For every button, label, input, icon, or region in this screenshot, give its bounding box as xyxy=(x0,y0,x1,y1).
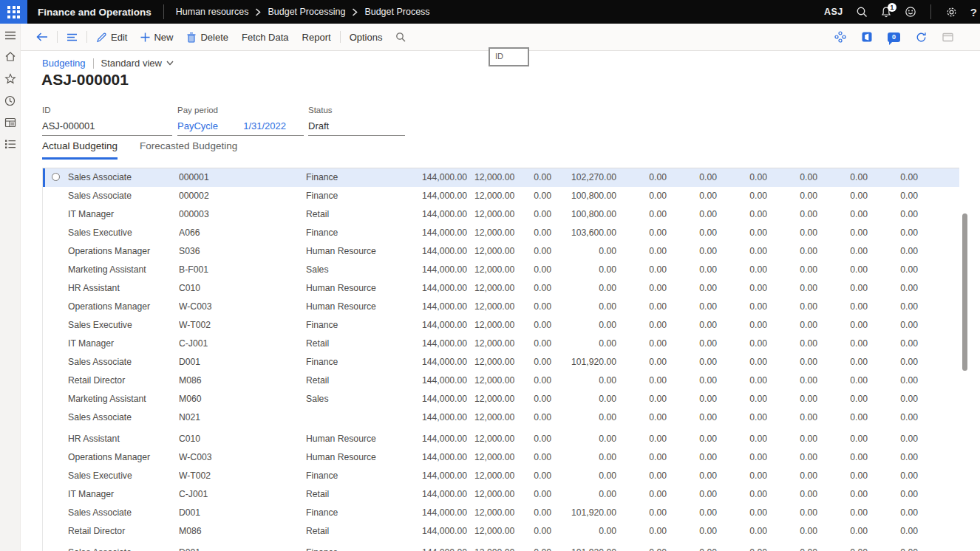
favorites-star-icon[interactable] xyxy=(4,73,16,84)
back-button[interactable] xyxy=(30,29,55,45)
value-cell[interactable]: 0.00 xyxy=(825,504,875,522)
job-cell[interactable]: Sales Executive xyxy=(68,467,179,485)
position-id-cell[interactable]: W-C003 xyxy=(179,448,306,467)
table-row[interactable]: HR Assistant C010 Human Resource 144,000… xyxy=(43,279,959,298)
value-cell[interactable]: 12,000.00 xyxy=(474,544,522,551)
value-cell[interactable]: 0.00 xyxy=(674,298,724,316)
value-cell[interactable]: 0.00 xyxy=(775,242,825,261)
value-cell[interactable]: 0.00 xyxy=(775,485,825,504)
value-cell[interactable]: 12,000.00 xyxy=(474,448,522,467)
value-cell[interactable]: 12,000.00 xyxy=(474,279,522,298)
value-cell[interactable]: 0.00 xyxy=(825,522,875,541)
position-id-cell[interactable]: C010 xyxy=(179,430,306,448)
position-id-cell[interactable]: 000001 xyxy=(179,168,306,187)
value-cell[interactable]: 0.00 xyxy=(624,504,674,522)
value-cell[interactable]: 0.00 xyxy=(559,242,624,261)
value-cell[interactable]: 0.00 xyxy=(875,504,925,522)
value-cell[interactable]: 101,920.00 xyxy=(559,504,624,522)
value-cell[interactable]: 0.00 xyxy=(724,408,775,427)
position-id-cell[interactable]: D001 xyxy=(179,504,306,522)
value-cell[interactable]: 0.00 xyxy=(775,261,825,279)
value-cell[interactable]: 0.00 xyxy=(559,279,624,298)
value-cell[interactable]: 0.00 xyxy=(825,335,875,353)
job-cell[interactable]: Marketing Assistant xyxy=(68,390,179,408)
value-cell[interactable]: 0.00 xyxy=(559,390,624,408)
row-selector-cell[interactable] xyxy=(43,467,68,485)
table-row[interactable]: IT Manager C-J001 Retail 144,000.00 12,0… xyxy=(43,485,959,504)
value-cell[interactable]: 0.00 xyxy=(674,372,724,390)
value-cell[interactable]: 0.00 xyxy=(724,430,775,448)
row-selector-cell[interactable] xyxy=(43,224,68,242)
value-cell[interactable]: 144,000.00 xyxy=(417,242,474,261)
table-row[interactable]: HR Assistant C010 Human Resource 144,000… xyxy=(43,430,959,448)
alerts-bell-icon[interactable]: 1 xyxy=(880,6,892,18)
value-cell[interactable]: 0.00 xyxy=(775,522,825,541)
table-row[interactable]: Marketing Assistant B-F001 Sales 144,000… xyxy=(43,261,959,279)
value-cell[interactable]: 0.00 xyxy=(724,544,775,551)
breadcrumb-item-area[interactable]: Budget Processing xyxy=(268,7,345,17)
value-cell[interactable]: 0.00 xyxy=(522,298,559,316)
value-cell[interactable]: 0.00 xyxy=(624,242,674,261)
job-cell[interactable]: IT Manager xyxy=(68,335,179,353)
value-cell[interactable]: 0.00 xyxy=(875,316,925,335)
row-selector-cell[interactable] xyxy=(43,448,68,467)
value-cell[interactable]: 0.00 xyxy=(724,448,775,467)
value-cell[interactable]: 144,000.00 xyxy=(417,504,474,522)
position-id-cell[interactable]: M086 xyxy=(179,372,306,390)
value-cell[interactable]: 0.00 xyxy=(825,168,875,187)
value-cell[interactable]: 0.00 xyxy=(875,261,925,279)
department-cell[interactable]: Human Resource xyxy=(306,242,417,261)
table-row[interactable]: Operations Manager S036 Human Resource 1… xyxy=(43,242,959,261)
table-row[interactable]: Retail Director M086 Retail 144,000.00 1… xyxy=(43,522,959,541)
value-cell[interactable]: 0.00 xyxy=(674,261,724,279)
value-cell[interactable]: 0.00 xyxy=(624,390,674,408)
table-row[interactable]: Sales Executive W-T002 Finance 144,000.0… xyxy=(43,467,959,485)
value-cell[interactable]: 0.00 xyxy=(522,187,559,205)
department-cell[interactable]: Retail xyxy=(306,335,417,353)
position-id-cell[interactable]: C010 xyxy=(179,279,306,298)
table-row[interactable]: Sales Associate D001 Finance 144,000.00 … xyxy=(43,544,959,551)
value-cell[interactable]: 0.00 xyxy=(624,485,674,504)
value-cell[interactable]: 0.00 xyxy=(775,335,825,353)
value-cell[interactable]: 0.00 xyxy=(674,408,724,427)
value-cell[interactable]: 12,000.00 xyxy=(474,242,522,261)
value-cell[interactable]: 0.00 xyxy=(624,279,674,298)
value-cell[interactable]: 0.00 xyxy=(875,224,925,242)
value-cell[interactable]: 144,000.00 xyxy=(417,224,474,242)
table-row[interactable]: Marketing Assistant M060 Sales 144,000.0… xyxy=(43,390,959,408)
open-new-window-icon[interactable] xyxy=(942,32,953,42)
row-selector-cell[interactable] xyxy=(43,485,68,504)
nav-menu-icon[interactable] xyxy=(4,31,16,40)
row-selector-cell[interactable] xyxy=(43,504,68,522)
row-selector-cell[interactable] xyxy=(43,522,68,541)
breadcrumb-item-page[interactable]: Budget Process xyxy=(364,7,429,17)
row-selector-cell[interactable] xyxy=(43,390,68,408)
job-cell[interactable]: Sales Associate xyxy=(68,353,179,372)
fetch-data-button[interactable]: Fetch Data xyxy=(235,29,296,46)
value-cell[interactable]: 100,800.00 xyxy=(559,205,624,224)
job-cell[interactable]: Operations Manager xyxy=(68,298,179,316)
value-cell[interactable]: 0.00 xyxy=(559,522,624,541)
value-cell[interactable]: 144,000.00 xyxy=(417,298,474,316)
position-id-cell[interactable]: 000002 xyxy=(179,187,306,205)
value-cell[interactable]: 0.00 xyxy=(624,316,674,335)
value-cell[interactable]: 0.00 xyxy=(775,168,825,187)
value-cell[interactable]: 144,000.00 xyxy=(417,353,474,372)
value-cell[interactable]: 0.00 xyxy=(724,372,775,390)
job-cell[interactable]: IT Manager xyxy=(68,205,179,224)
view-selector[interactable]: Standard view xyxy=(101,58,174,69)
position-id-cell[interactable]: D001 xyxy=(179,544,306,551)
value-cell[interactable]: 0.00 xyxy=(775,504,825,522)
value-cell[interactable]: 0.00 xyxy=(875,279,925,298)
value-cell[interactable]: 0.00 xyxy=(775,467,825,485)
options-button[interactable]: Options xyxy=(343,29,389,46)
value-cell[interactable]: 12,000.00 xyxy=(474,298,522,316)
value-cell[interactable]: 144,000.00 xyxy=(417,335,474,353)
department-cell[interactable]: Retail xyxy=(306,205,417,224)
value-cell[interactable]: 0.00 xyxy=(825,485,875,504)
value-cell[interactable]: 0.00 xyxy=(875,522,925,541)
row-selector-cell[interactable] xyxy=(43,187,68,205)
value-cell[interactable]: 0.00 xyxy=(559,316,624,335)
value-cell[interactable]: 0.00 xyxy=(674,485,724,504)
value-cell[interactable]: 0.00 xyxy=(775,279,825,298)
